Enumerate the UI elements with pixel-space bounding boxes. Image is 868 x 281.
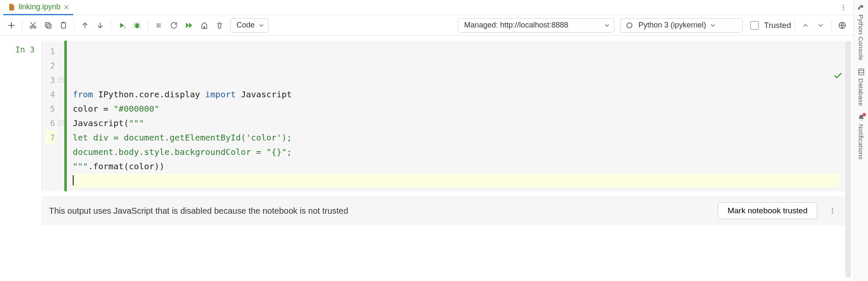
cell-output: This output uses JavaScript that is disa… [41, 196, 845, 225]
code-editor[interactable]: from IPython.core.display import Javascr… [67, 41, 845, 191]
rail-database[interactable]: Database [857, 68, 865, 106]
trusted-checkbox[interactable] [750, 21, 759, 30]
code-line[interactable]: color = "#000000" [73, 102, 839, 116]
prev-cell-button[interactable] [798, 18, 813, 33]
svg-rect-12 [157, 23, 161, 28]
notification-dot-icon [863, 113, 866, 116]
output-menu[interactable] [824, 207, 838, 214]
notebook-area: In 3 1234567 −− from IPython.core.displa… [0, 36, 854, 281]
tab-linking[interactable]: linking.ipynb [3, 0, 73, 15]
server-select[interactable]: Managed: http://localhost:8888 [458, 18, 614, 33]
svg-point-11 [135, 23, 139, 28]
cell-prompt: In 3 [3, 41, 41, 191]
close-tab-icon[interactable] [64, 5, 69, 10]
code-line[interactable]: document.body.style.backgroundColor = "{… [73, 145, 839, 159]
kernel-idle-icon [626, 22, 632, 28]
kernel-select[interactable]: Python 3 (ipykernel) [620, 18, 743, 33]
python-icon [857, 4, 865, 12]
mark-trusted-button[interactable]: Mark notebook trusted [718, 202, 817, 219]
svg-point-17 [832, 212, 833, 213]
rail-python-console[interactable]: Python Console [857, 4, 865, 61]
trusted-toggle[interactable]: Trusted [750, 21, 791, 30]
chevron-down-icon [259, 23, 264, 28]
svg-point-15 [832, 208, 833, 209]
svg-point-19 [859, 69, 864, 71]
debug-cell-button[interactable] [130, 18, 144, 33]
variables-button[interactable] [197, 18, 212, 33]
run-all-button[interactable] [182, 18, 196, 33]
kernel-value: Python 3 (ipykernel) [638, 21, 706, 30]
cell-type-select[interactable]: Code [230, 18, 269, 33]
paste-button[interactable] [56, 18, 71, 33]
text-caret [73, 175, 74, 185]
add-cell-button[interactable] [4, 18, 19, 33]
svg-rect-8 [61, 22, 66, 28]
svg-point-1 [843, 5, 844, 6]
svg-rect-7 [45, 22, 49, 27]
code-line[interactable]: from IPython.core.display import Javascr… [73, 87, 839, 102]
cut-button[interactable] [26, 18, 40, 33]
rail-label: Database [857, 78, 865, 106]
server-value: Managed: http://localhost:8888 [464, 21, 568, 30]
tab-filename: linking.ipynb [19, 3, 60, 11]
open-in-browser-button[interactable] [835, 18, 849, 33]
svg-point-2 [843, 7, 844, 8]
copy-button[interactable] [41, 18, 55, 33]
svg-rect-9 [63, 22, 65, 23]
chevron-down-icon [710, 23, 715, 28]
svg-point-18 [860, 6, 861, 7]
svg-point-3 [843, 9, 844, 10]
svg-point-16 [832, 210, 833, 211]
interrupt-button[interactable] [151, 18, 166, 33]
run-cell-button[interactable]: I [115, 18, 129, 33]
code-line[interactable]: """.format(color)) [73, 159, 839, 174]
code-line[interactable] [73, 174, 839, 188]
chevron-down-icon [604, 23, 610, 28]
restart-kernel-button[interactable] [167, 18, 181, 33]
svg-text:I: I [124, 25, 126, 29]
tool-window-rail: Python ConsoleDatabaseNotifications [854, 0, 868, 281]
line-number-gutter: 1234567 [41, 41, 58, 191]
delete-cell-button[interactable] [212, 18, 227, 33]
move-down-button[interactable] [93, 18, 107, 33]
scrollbar[interactable] [845, 41, 851, 278]
next-cell-button[interactable] [813, 18, 828, 33]
svg-point-0 [10, 7, 12, 9]
code-cell[interactable]: In 3 1234567 −− from IPython.core.displa… [3, 41, 845, 191]
svg-rect-6 [47, 24, 51, 28]
bell-icon [857, 114, 865, 121]
output-trust-warning: This output uses JavaScript that is disa… [49, 206, 711, 216]
rail-notifications[interactable]: Notifications [857, 114, 865, 160]
tab-strip: linking.ipynb [0, 0, 854, 15]
code-line[interactable]: let div = document.getElementById('color… [73, 130, 839, 145]
code-line[interactable]: Javascript(""" [73, 116, 839, 130]
fold-toggle-icon[interactable]: − [58, 77, 63, 83]
fold-toggle-icon[interactable]: − [58, 121, 63, 126]
notebook-toolbar: I Code [0, 15, 854, 36]
fold-gutter: −− [58, 41, 64, 191]
cell-type-value: Code [236, 21, 255, 30]
database-icon [857, 68, 865, 76]
tab-overflow-menu[interactable] [833, 0, 854, 15]
svg-rect-13 [203, 26, 205, 28]
cell-status-ok-icon [833, 42, 842, 51]
trusted-label: Trusted [764, 21, 791, 30]
rail-label: Notifications [857, 124, 865, 160]
move-up-button[interactable] [78, 18, 92, 33]
rail-label: Python Console [857, 14, 865, 61]
notebook-file-icon [8, 3, 15, 11]
